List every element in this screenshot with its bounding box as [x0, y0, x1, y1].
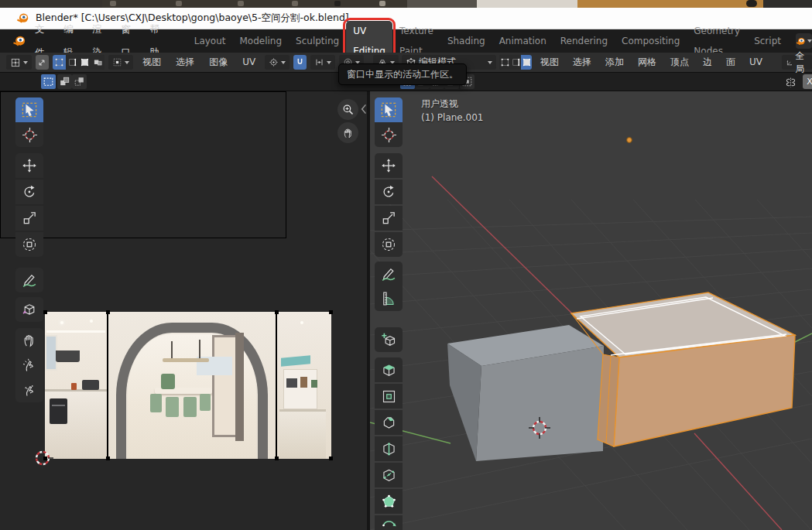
- menu-bar: 文件 编辑 渲染 窗口 帮助 Layout Modeling Sculpting…: [0, 29, 812, 53]
- uv-pan-button[interactable]: [337, 122, 358, 143]
- vp-menu-add[interactable]: 添加: [600, 53, 629, 72]
- tab-rendering[interactable]: Rendering: [553, 31, 615, 51]
- uv-edge[interactable]: [276, 312, 277, 459]
- uv-tool-scale[interactable]: [15, 206, 43, 231]
- edge-mode-icon: [511, 57, 521, 67]
- uv-select-edge-button[interactable]: [66, 55, 79, 70]
- uv-select-vertex-button[interactable]: [53, 55, 66, 70]
- tab-shading[interactable]: Shading: [440, 31, 492, 51]
- uv-tool-rip-region[interactable]: [15, 297, 43, 322]
- tab-layout[interactable]: Layout: [187, 31, 233, 51]
- vp-tool-scale[interactable]: [375, 206, 403, 231]
- uv-select-op-extend[interactable]: [57, 74, 72, 89]
- uv-edge[interactable]: [107, 312, 108, 459]
- vp-menu-vertex[interactable]: 顶点: [665, 53, 694, 72]
- uv-snap-toggle[interactable]: [293, 55, 307, 70]
- uv-tool-pinch[interactable]: [15, 378, 43, 402]
- uv-select-island-button[interactable]: [91, 55, 104, 70]
- vp-tool-tweak-select[interactable]: [375, 97, 403, 122]
- vp-tool-rotate[interactable]: [375, 180, 403, 204]
- workspace-tabs: Layout Modeling Sculpting UV Editing Tex…: [187, 29, 788, 53]
- blender-menu-icon[interactable]: [12, 34, 26, 48]
- light-origin-dot[interactable]: [627, 138, 632, 143]
- cursor-tool-icon: [22, 127, 38, 143]
- tab-script[interactable]: Script: [747, 31, 788, 51]
- uv-tool-move[interactable]: [15, 153, 43, 178]
- gray-box-object[interactable]: [447, 325, 604, 461]
- uv-tool-grab[interactable]: [15, 328, 43, 353]
- editor-type-dropdown[interactable]: [6, 55, 32, 70]
- uv-select-face-button[interactable]: [78, 55, 91, 70]
- uv-tool-transform[interactable]: [15, 232, 43, 257]
- vp-tool-transform[interactable]: [375, 232, 403, 257]
- vp-menu-uv[interactable]: UV: [744, 53, 768, 72]
- view-perspective-label: 用户透视: [421, 97, 458, 111]
- uv-select-op-new[interactable]: [41, 74, 56, 89]
- blender-window: Blender* [C:\Users\CXJ\Desktop\gong\baoy…: [0, 0, 812, 530]
- vp-menu-edge[interactable]: 边: [697, 53, 718, 72]
- uv-menu-select[interactable]: 选择: [170, 53, 200, 72]
- uv-vertex[interactable]: [275, 456, 279, 460]
- uv-vertex[interactable]: [275, 310, 279, 314]
- vp-tool-cursor[interactable]: [375, 122, 403, 147]
- background-segment: [577, 0, 763, 8]
- uv-tool-tweak-select[interactable]: [15, 97, 43, 122]
- uv-snap-target-dropdown[interactable]: [310, 55, 335, 70]
- vp-tool-knife[interactable]: [375, 463, 403, 487]
- vp-tool-inset-faces[interactable]: [375, 384, 403, 409]
- gizmo-axes-icon: [786, 57, 793, 68]
- measure-ruler-icon: [381, 291, 396, 306]
- tab-sculpting[interactable]: Sculpting: [289, 31, 346, 51]
- annotate-pencil-icon: [22, 272, 37, 288]
- transform-orientation-dropdown[interactable]: 全局: [782, 55, 812, 70]
- uv-tool-cursor[interactable]: [15, 122, 43, 147]
- vp-tool-add-cube[interactable]: [375, 327, 403, 352]
- uv-select-op-subtract[interactable]: [72, 74, 87, 89]
- pinch-hand-icon: [22, 382, 37, 398]
- uv-vertex[interactable]: [106, 310, 110, 314]
- uv-tool-rotate[interactable]: [15, 180, 43, 204]
- vp-menu-face[interactable]: 面: [721, 53, 741, 72]
- chevron-down-icon: [327, 61, 331, 64]
- uv-vertex[interactable]: [106, 456, 110, 460]
- uv-vertex[interactable]: [329, 310, 333, 314]
- uv-vertex[interactable]: [329, 456, 333, 460]
- vp-tool-measure[interactable]: [375, 286, 403, 311]
- vp-tool-bevel[interactable]: [375, 410, 403, 435]
- symmetry-x-toggle[interactable]: X: [803, 74, 812, 89]
- uv-texture-image: [45, 312, 331, 459]
- tab-animation[interactable]: Animation: [492, 31, 553, 51]
- uv-menu-uv[interactable]: UV: [237, 53, 261, 72]
- uv-vertex[interactable]: [43, 310, 47, 314]
- sidebar-collapse-chevron[interactable]: [360, 103, 367, 115]
- tab-modeling[interactable]: Modeling: [233, 31, 290, 51]
- uv-menu-view[interactable]: 视图: [137, 53, 166, 72]
- chevron-down-icon: [807, 39, 812, 43]
- mesh-select-vertex-button[interactable]: [499, 55, 510, 70]
- uv-sticky-selection-dropdown[interactable]: [108, 55, 133, 70]
- vp-tool-extrude[interactable]: [375, 357, 403, 382]
- vp-tool-poly-build[interactable]: [375, 489, 403, 514]
- uv-tool-relax[interactable]: [15, 353, 43, 378]
- pivot-point-icon: [269, 57, 279, 67]
- vp-menu-view[interactable]: 视图: [535, 53, 564, 72]
- vp-tool-move[interactable]: [375, 153, 403, 178]
- workspace-extra-dropdown[interactable]: [796, 33, 812, 49]
- vp-tool-annotate[interactable]: [375, 262, 403, 286]
- uv-zoom-button[interactable]: [337, 99, 358, 120]
- mesh-select-face-button[interactable]: [521, 55, 532, 70]
- vp-menu-mesh[interactable]: 网格: [632, 53, 662, 72]
- uv-tool-annotate[interactable]: [15, 268, 43, 292]
- vp-menu-select[interactable]: 选择: [567, 53, 597, 72]
- 3d-viewport-area[interactable]: 用户透视 (1) Plane.001: [370, 91, 812, 530]
- vp-tool-spin[interactable]: [375, 515, 403, 530]
- mesh-select-edge-button[interactable]: [510, 55, 521, 70]
- uv-menu-image[interactable]: 图像: [204, 53, 233, 72]
- vp-tool-loop-cut[interactable]: [375, 436, 403, 461]
- tab-compositing[interactable]: Compositing: [615, 31, 687, 51]
- chevron-down-icon: [125, 61, 129, 64]
- uv-pivot-dropdown[interactable]: [265, 55, 290, 70]
- uv-sync-selection-toggle[interactable]: [36, 55, 49, 70]
- uv-editor-area[interactable]: [0, 91, 367, 530]
- transform-icon: [22, 237, 37, 252]
